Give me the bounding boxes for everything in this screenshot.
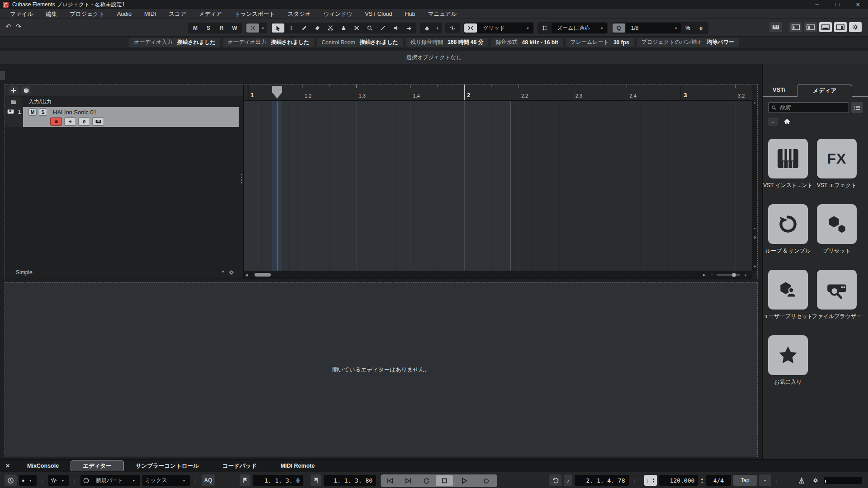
right-zone-toggle-icon[interactable] [834,22,847,32]
home-icon[interactable] [783,118,791,125]
track-solo-button[interactable]: S [39,108,47,116]
menu-midi[interactable]: MIDI [138,9,162,19]
left-zone-toggle-icon[interactable] [804,22,817,32]
tab-midi-remote[interactable]: MIDI Remote [269,460,326,471]
v-zoom-in-icon[interactable]: ＋ [752,263,757,270]
grid-type-select[interactable]: ズームに適応 ▼ [552,23,607,33]
tempo-spinner[interactable]: ▲▼ [700,477,703,484]
quantize-panel-icon[interactable]: e [695,23,708,33]
time-format-icon[interactable]: ♪ [564,474,572,486]
audio-record-mode-select[interactable]: ▼ [48,475,69,486]
solo-all-button[interactable]: S [202,23,215,33]
mute-tool-icon[interactable] [350,23,363,33]
automation-follows-events-icon[interactable] [446,23,459,33]
menu-media[interactable]: メディア [193,9,228,19]
instrument-track-row[interactable]: 1 M S HALion Sonic 01 e [5,107,239,127]
split-tool-icon[interactable] [324,23,337,33]
menu-project[interactable]: プロジェクト [63,9,111,19]
mute-all-button[interactable]: M [189,23,202,33]
tab-media[interactable]: メディア [797,84,852,97]
menu-edit[interactable]: 編集 [39,9,63,19]
retrospective-record-icon[interactable] [549,474,561,486]
right-locator-display[interactable]: 1. 1. 3. 80 [324,475,376,486]
back-icon[interactable]: ← [768,117,778,126]
loops-samples-tile[interactable]: ループ & サンプル [768,204,808,255]
event-display[interactable] [244,101,752,271]
play-button[interactable] [454,475,475,486]
edit-instrument-button[interactable]: e [78,117,90,126]
close-button[interactable]: ✕ [848,0,868,9]
timeline-ruler[interactable]: 11.21.31.422.22.32.433.2 [244,84,752,101]
menu-file[interactable]: ファイル [4,9,39,19]
midi-record-mode-select[interactable]: 新規パート ▼ [80,475,140,486]
panel-splitter-handle[interactable] [240,168,243,189]
keyboard-icon[interactable] [769,22,782,32]
erase-tool-icon[interactable] [311,23,324,33]
menu-studio[interactable]: スタジオ [281,9,317,19]
position-display[interactable]: 2. 1. 4. 78 [575,475,629,486]
time-signature-display[interactable]: 4/4 [706,475,731,486]
vst-instruments-tile[interactable]: VST インスト...ント [768,139,808,189]
inspector-toggle-icon[interactable] [789,22,802,32]
v-zoom-knob[interactable] [754,236,756,239]
playhead-marker[interactable] [272,86,282,99]
tempo-sync-icon[interactable]: ♩▲▼ [644,475,657,486]
scroll-down-icon[interactable]: ▼ [753,227,756,230]
snap-type-select[interactable]: グリッド ▼ [477,23,533,33]
zoom-tool-icon[interactable] [363,23,376,33]
color-menu-dropdown[interactable]: ▼ [434,27,441,30]
line-tool-icon[interactable] [377,23,389,33]
tap-tempo-button[interactable]: Tap [733,475,756,486]
presets-tile[interactable]: プリセット [817,204,857,255]
snap-on-off-icon[interactable] [464,23,477,33]
redo-icon[interactable]: ↷ [16,23,22,31]
record-button[interactable] [476,475,496,486]
left-locator-flag-icon[interactable] [240,474,250,486]
scroll-left-icon[interactable]: ◀ [244,273,249,277]
vertical-scrollbar[interactable]: ▲ ▼ ＋ [752,101,757,271]
undo-icon[interactable]: ↶ [5,23,11,31]
horizontal-scrollbar[interactable]: ◀ ▶ − ＋ [244,271,752,279]
go-to-end-button[interactable] [400,475,417,486]
write-automation-button[interactable]: W [228,23,241,33]
draw-tool-icon[interactable] [298,23,311,33]
zoom-out-icon[interactable]: − [711,272,714,278]
menu-audio[interactable]: Audio [111,9,138,19]
menu-manual[interactable]: マニュアル [421,9,463,19]
file-browser-tile[interactable]: ファイルブラウザー [817,270,857,320]
audio-performance-meter[interactable] [824,477,862,484]
cycle-button[interactable] [418,475,435,486]
minimize-button[interactable]: ─ [807,0,827,9]
constrain-delay-compensation-icon[interactable] [5,474,17,486]
user-presets-tile[interactable]: ユーザープリセット [768,270,808,320]
menu-hub[interactable]: Hub [399,9,422,19]
quantize-q-icon[interactable]: Q [613,23,625,33]
h-scroll-thumb[interactable] [255,273,271,277]
auto-scroll-icon[interactable] [246,23,259,33]
track-mute-button[interactable]: M [28,108,37,116]
search-input[interactable]: 検索 [768,102,849,113]
object-selection-tool-icon[interactable] [272,23,284,33]
menu-transport[interactable]: トランスポート [228,9,281,19]
setup-window-layout-icon[interactable] [849,22,862,32]
auto-quantize-button[interactable]: AQ [202,474,215,486]
tab-chord-pads[interactable]: コードパッド [211,460,269,471]
tab-vsti[interactable]: VSTi [773,86,786,93]
io-folder-row[interactable]: 入力/出力 [5,97,239,107]
transport-setup-gear-icon[interactable] [810,474,821,486]
left-locator-display[interactable]: 1. 1. 3. 0 [253,475,303,486]
scroll-up-icon[interactable]: ▲ [753,101,756,104]
vst-effects-tile[interactable]: FX VST エフェクト [817,139,857,189]
scroll-right-icon[interactable]: ▶ [702,273,707,277]
record-mode-select[interactable]: ● ▼ [19,475,37,486]
tempo-dropdown-icon[interactable]: ▼ [759,474,771,486]
zoom-in-icon[interactable]: ＋ [743,271,748,279]
results-list-view-icon[interactable] [851,102,863,113]
project-tab-handle[interactable] [0,71,5,80]
track-setup-gear-icon[interactable] [228,270,234,276]
range-selection-tool-icon[interactable] [285,23,297,33]
go-to-start-button[interactable] [382,475,399,486]
stop-button[interactable] [436,475,453,486]
menu-vst-cloud[interactable]: VST Cloud [359,9,398,19]
tab-mixconsole[interactable]: MixConsole [15,460,71,471]
